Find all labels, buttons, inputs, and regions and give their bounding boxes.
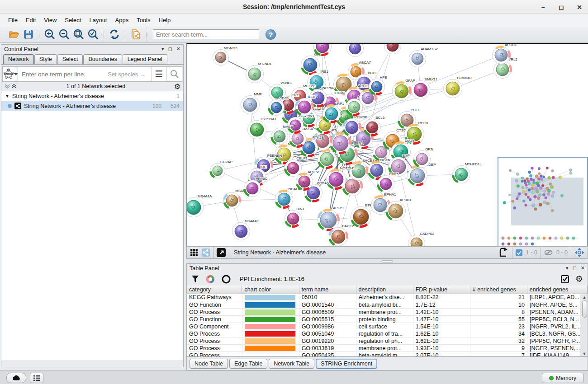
menu-edit[interactable]: Edit <box>22 15 39 25</box>
network-node[interactable]: MT-ND2 <box>213 46 237 66</box>
menu-file[interactable]: File <box>5 15 21 25</box>
open-in-window-icon[interactable] <box>217 248 226 257</box>
column-header[interactable]: category <box>187 286 242 294</box>
table-row[interactable]: GO ProcessGO:0033619membrane prot...1.93… <box>187 345 581 352</box>
chart-settings-icon[interactable] <box>205 274 215 284</box>
table-row[interactable]: GO FunctionGO:0005515protein binding1.47… <box>187 316 581 323</box>
string-logo-icon[interactable]: STRING <box>3 67 18 81</box>
search-input[interactable] <box>153 29 259 39</box>
tab-node-table[interactable]: Node Table <box>190 359 228 369</box>
tab-network[interactable]: Network <box>3 54 34 64</box>
table-row[interactable]: GO ProcessGO:0019220regulation of ph...1… <box>187 337 581 345</box>
tab-edge-table[interactable]: Edge Table <box>229 359 267 369</box>
tab-string-enrichment[interactable]: STRING Enrichment <box>316 359 377 369</box>
tab-legend-panel[interactable]: Legend Panel <box>123 54 167 64</box>
menu-tools[interactable]: Tools <box>133 15 154 25</box>
expand-all-icon[interactable] <box>11 84 18 89</box>
tab-boundaries[interactable]: Boundaries <box>83 54 122 64</box>
panel-menu-icon[interactable]: ▾ <box>566 266 569 271</box>
network-node[interactable]: MT-ND1 <box>246 62 272 83</box>
network-node[interactable]: CADPS2 <box>408 232 435 246</box>
network-node[interactable]: APLP1 <box>318 206 345 231</box>
zoom-fit-icon[interactable] <box>73 28 85 40</box>
network-node[interactable]: PICALM <box>275 187 301 208</box>
close-button[interactable]: ✕ <box>575 3 583 11</box>
minimize-button[interactable]: – <box>539 3 547 11</box>
network-node[interactable]: ADAM17 <box>384 44 411 54</box>
column-header[interactable]: enriched genes <box>527 286 587 294</box>
birdseye-viewport[interactable] <box>511 178 583 225</box>
zoom-selected-icon[interactable] <box>87 28 99 40</box>
copy-network-icon[interactable] <box>130 28 142 40</box>
zoom-out-icon[interactable] <box>58 28 70 40</box>
scroll-up-icon[interactable]: ▲ <box>583 294 587 300</box>
menu-apps[interactable]: Apps <box>112 15 133 25</box>
navigator-cross-icon[interactable] <box>574 248 584 258</box>
network-node[interactable]: APBB1 <box>386 198 412 221</box>
tab-network-table[interactable]: Network Table <box>269 359 314 369</box>
string-query-input[interactable] <box>18 71 108 78</box>
network-node[interactable]: SORT1 <box>314 44 338 56</box>
network-node[interactable]: TOMM40 <box>444 76 472 98</box>
network-collection-row[interactable]: ▼ String Network - Alzheimer's disease 1 <box>1 91 183 101</box>
maximize-button[interactable]: ◻ <box>557 3 565 11</box>
collapse-all-icon[interactable] <box>4 84 11 89</box>
column-header[interactable]: FDR p-value <box>413 286 470 294</box>
tab-style[interactable]: Style <box>34 54 57 64</box>
column-header[interactable]: # enriched genes <box>470 286 527 294</box>
export-network-icon[interactable] <box>499 248 509 258</box>
horizontal-splitter[interactable] <box>186 259 588 263</box>
menu-help[interactable]: Help <box>155 15 175 25</box>
select-rows-checkbox-icon[interactable] <box>561 275 569 283</box>
string-options-icon[interactable]: ☰ <box>151 67 166 81</box>
table-row[interactable]: GO ProcessGO:0006509membrane prot...1.42… <box>187 309 581 316</box>
panel-float-icon[interactable]: ◻ <box>573 266 577 271</box>
menu-layout[interactable]: Layout <box>85 15 110 25</box>
panel-close-icon[interactable]: ✕ <box>176 47 180 52</box>
table-settings-gear-icon[interactable]: ⚙ <box>575 275 583 283</box>
grid-mode-icon[interactable] <box>190 248 198 257</box>
refresh-icon[interactable] <box>109 28 120 40</box>
selected-count-checkbox-icon[interactable] <box>516 249 522 256</box>
table-row[interactable]: GO ComponentGO:0009986cell surface1.54E-… <box>187 323 581 330</box>
column-header[interactable]: term name <box>299 286 356 294</box>
network-node[interactable]: MME <box>241 92 262 114</box>
column-header[interactable]: chart color <box>242 286 299 294</box>
save-session-icon[interactable] <box>23 28 34 40</box>
table-scrollbar[interactable]: ▲ ▼ <box>581 294 588 357</box>
network-node[interactable]: PPP5C <box>244 177 268 197</box>
column-header[interactable]: description <box>356 286 413 294</box>
tree-expand-icon[interactable]: ▼ <box>5 94 9 98</box>
panel-float-icon[interactable]: ◻ <box>168 47 172 52</box>
birds-eye-view[interactable] <box>498 157 588 246</box>
scrollbar-thumb[interactable] <box>582 300 587 318</box>
cloud-button[interactable] <box>6 373 26 383</box>
network-node[interactable]: MS4A4A <box>187 194 212 217</box>
tab-select[interactable]: Select <box>57 54 83 64</box>
set-species-label[interactable]: Set species → <box>108 71 146 78</box>
network-row-selected[interactable]: String Network - Alzheimer's disease 100… <box>1 101 183 111</box>
network-node[interactable]: SMUG1 <box>412 77 438 99</box>
network-node[interactable]: MTHFD1L <box>453 162 482 183</box>
network-options-gear-icon[interactable]: ⚙ <box>174 82 180 91</box>
help-icon[interactable]: ? <box>266 29 276 40</box>
share-view-icon[interactable] <box>202 248 210 257</box>
network-node[interactable]: NAE1 <box>347 44 368 57</box>
network-view-canvas[interactable]: MT-ND2MT-ND1VSNL1GAB2IRS1CHATABCA7BCHEAC… <box>186 43 588 246</box>
open-file-icon[interactable] <box>8 28 20 40</box>
menu-select[interactable]: Select <box>61 15 85 25</box>
string-search-icon[interactable] <box>166 67 182 81</box>
filter-icon[interactable] <box>191 275 199 283</box>
ring-chart-icon[interactable] <box>222 275 231 284</box>
table-row[interactable]: GO ProcessGO:0051049regulation of tra...… <box>187 330 581 337</box>
menu-view[interactable]: View <box>40 15 60 25</box>
memory-button[interactable]: Memory <box>542 373 583 383</box>
table-row[interactable]: KEGG Pathways05010Alzheimer's dise...8.8… <box>187 294 581 301</box>
network-node[interactable]: MS4A4E <box>232 219 259 240</box>
network-node[interactable]: BIN1 <box>285 207 305 227</box>
scroll-down-icon[interactable]: ▼ <box>583 351 587 357</box>
panel-menu-icon[interactable]: ▾ <box>161 47 164 52</box>
hidden-count-eye-icon[interactable] <box>544 249 553 256</box>
zoom-in-icon[interactable] <box>44 28 56 40</box>
network-node[interactable]: ADAMTS2 <box>409 47 438 67</box>
